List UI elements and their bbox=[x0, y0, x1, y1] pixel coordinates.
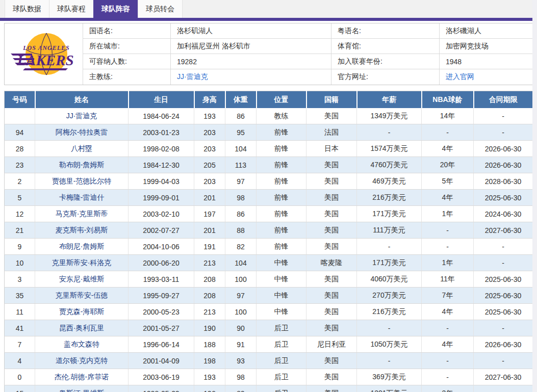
cell-weight: 100 bbox=[225, 304, 257, 320]
team-logo: LOS ANGELES LAKERS bbox=[5, 23, 83, 85]
tab-player-transfers[interactable]: 球员转会 bbox=[138, 0, 183, 18]
player-name-link[interactable]: 马克斯·克里斯蒂 bbox=[56, 210, 108, 218]
player-name-link[interactable]: 贾德里-范德比尔特 bbox=[52, 177, 112, 185]
roster-row: JJ·雷迪克1984-06-2419386教练美国1349万美元14年- bbox=[5, 108, 533, 124]
cell-number: 4 bbox=[5, 353, 35, 369]
cell-position: 前锋 bbox=[257, 222, 306, 239]
cell-height: 198 bbox=[194, 353, 225, 369]
player-name: 道尔顿·克内克特 bbox=[35, 353, 129, 369]
info-link-head-coach[interactable]: JJ·雷迪克 bbox=[177, 72, 208, 82]
player-name-link[interactable]: 勒布朗-詹姆斯 bbox=[59, 161, 105, 169]
player-name-link[interactable]: 昆西·奥利瓦里 bbox=[59, 324, 105, 332]
cell-nationality: 美国 bbox=[306, 385, 357, 392]
cell-contract: 2025-06-30 bbox=[474, 304, 533, 320]
cell-contract: 2026-06-30 bbox=[474, 141, 533, 157]
cell-birthday: 1984-06-24 bbox=[129, 108, 194, 124]
cell-number: 21 bbox=[5, 222, 35, 239]
player-name-link[interactable]: JJ·雷迪克 bbox=[66, 112, 97, 120]
cell-weight: 90 bbox=[225, 320, 257, 336]
cell-position: 中锋 bbox=[257, 304, 306, 320]
cell-number: 11 bbox=[5, 304, 35, 320]
player-name-link[interactable]: 布朗尼·詹姆斯 bbox=[59, 242, 105, 250]
cell-nba-years: - bbox=[422, 320, 474, 336]
cell-contract: - bbox=[474, 385, 533, 392]
player-name-link[interactable]: 奥斯汀-里维斯 bbox=[59, 389, 105, 392]
tab-team-roster[interactable]: 球队阵容 bbox=[93, 0, 138, 18]
cell-salary: 4060万美元 bbox=[357, 271, 422, 288]
info-value-head-coach: JJ·雷迪克 bbox=[170, 69, 331, 85]
cell-nba-years: 4年 bbox=[422, 336, 474, 353]
roster-header-contract: 合同期限 bbox=[474, 91, 533, 109]
cell-position: 后卫 bbox=[257, 320, 306, 336]
cell-weight: 91 bbox=[225, 336, 257, 353]
cell-height: 213 bbox=[194, 255, 225, 271]
tab-team-schedule[interactable]: 球队赛程 bbox=[49, 0, 94, 18]
player-name: 勒布朗-詹姆斯 bbox=[35, 157, 129, 173]
info-value-capacity: 19282 bbox=[170, 54, 331, 69]
player-name-link[interactable]: 盖布文森特 bbox=[64, 340, 99, 348]
cell-birthday: 2003-02-10 bbox=[129, 206, 194, 222]
cell-height: 197 bbox=[194, 206, 225, 222]
cell-number: 9 bbox=[5, 239, 35, 255]
cell-number: 3 bbox=[5, 271, 35, 288]
player-name-link[interactable]: 克里斯蒂安-伍德 bbox=[56, 291, 108, 299]
roster-header-number: 号码 bbox=[5, 91, 35, 109]
player-name-link[interactable]: 卡梅隆-雷迪什 bbox=[59, 193, 105, 201]
cell-salary: 1349万美元 bbox=[357, 108, 422, 124]
info-link-official-site[interactable]: 进入官网 bbox=[446, 72, 474, 82]
info-value-join-year: 1948 bbox=[439, 54, 533, 69]
cell-birthday: 1996-06-14 bbox=[129, 336, 194, 353]
team-info-panel: LOS ANGELES LAKERS 国语名:洛杉矶湖人粤语名:洛杉磯湖人所在城… bbox=[4, 23, 533, 85]
cell-position: 前锋 bbox=[257, 141, 306, 157]
cell-contract: 2027-06-30 bbox=[474, 369, 533, 385]
player-name-link[interactable]: 道尔顿·克内克特 bbox=[56, 356, 108, 364]
player-name-link[interactable]: 贾克森-海耶斯 bbox=[59, 307, 105, 316]
cell-number: 41 bbox=[5, 320, 35, 336]
roster-row: 28八村塁1998-02-08203104前锋日本1574万美元4年2026-0… bbox=[5, 141, 533, 157]
cell-height: 191 bbox=[194, 239, 225, 255]
roster-header-height: 身高 bbox=[194, 91, 225, 109]
player-name-link[interactable]: 阿梅尔-特拉奥雷 bbox=[56, 128, 108, 136]
cell-birthday: 2000-06-20 bbox=[129, 255, 194, 271]
player-name-link[interactable]: 安东尼·戴维斯 bbox=[59, 275, 105, 283]
cell-nba-years: - bbox=[422, 124, 474, 141]
player-name-link[interactable]: 八村塁 bbox=[71, 144, 92, 152]
tab-team-data[interactable]: 球队数据 bbox=[5, 0, 49, 18]
player-name-link[interactable]: 克里斯蒂安·科洛克 bbox=[52, 258, 112, 267]
info-label-join-year: 加入联赛年份: bbox=[331, 54, 439, 69]
roster-row: 0杰伦.胡德-席菲诺2003-06-1919398后卫美国369万美元-2027… bbox=[5, 369, 533, 385]
roster-row: 10克里斯蒂安·科洛克2000-06-20213104中锋喀麦隆171万美元1年… bbox=[5, 255, 533, 271]
cell-nationality: 美国 bbox=[306, 108, 357, 124]
roster-header-name: 姓名 bbox=[35, 91, 129, 109]
cell-nba-years: 7年 bbox=[422, 288, 474, 304]
player-name: 八村塁 bbox=[35, 141, 129, 157]
cell-nationality: 美国 bbox=[306, 288, 357, 304]
cell-salary: - bbox=[357, 320, 422, 336]
cell-salary: - bbox=[357, 124, 422, 141]
cell-nationality: 美国 bbox=[306, 157, 357, 173]
logo-line1: LOS ANGELES bbox=[22, 44, 70, 51]
roster-row: 9布朗尼·詹姆斯2004-10-0619182前锋美国--- bbox=[5, 239, 533, 255]
info-label-head-coach: 主教练: bbox=[83, 69, 170, 85]
cell-nba-years: 4年 bbox=[422, 190, 474, 206]
cell-salary: 216万美元 bbox=[357, 304, 422, 320]
cell-nationality: 尼日利亚 bbox=[306, 336, 357, 353]
player-name: 马克斯·克里斯蒂 bbox=[35, 206, 129, 222]
cell-nationality: 美国 bbox=[306, 239, 357, 255]
cell-weight: 97 bbox=[225, 173, 257, 190]
cell-weight: 89 bbox=[225, 385, 257, 392]
team-tabs: 球队数据球队赛程球队阵容球员转会 bbox=[0, 0, 537, 18]
cell-birthday: 2001-05-27 bbox=[129, 320, 194, 336]
roster-row: 3安东尼·戴维斯1993-03-11208100中锋美国4060万美元11年20… bbox=[5, 271, 533, 288]
info-label-city: 所在城市: bbox=[83, 39, 170, 54]
player-name-link[interactable]: 杰伦.胡德-席菲诺 bbox=[55, 373, 109, 381]
roster-row: 23勒布朗-詹姆斯1984-12-30205113前锋美国4760万美元20年2… bbox=[5, 157, 533, 173]
player-name-link[interactable]: 麦克斯韦-刘易斯 bbox=[56, 226, 108, 234]
cell-salary: 270万美元 bbox=[357, 288, 422, 304]
player-name: 麦克斯韦-刘易斯 bbox=[35, 222, 129, 239]
cell-position: 前锋 bbox=[257, 239, 306, 255]
roster-row: 2贾德里-范德比尔特1999-04-0320397前锋美国469万美元5年202… bbox=[5, 173, 533, 190]
cell-birthday: 1993-03-11 bbox=[129, 271, 194, 288]
roster-row: 5卡梅隆-雷迪什1999-09-0120198前锋美国216万美元4年2025-… bbox=[5, 190, 533, 206]
roster-row: 35克里斯蒂安-伍德1995-09-2720897中锋美国270万美元7年202… bbox=[5, 288, 533, 304]
